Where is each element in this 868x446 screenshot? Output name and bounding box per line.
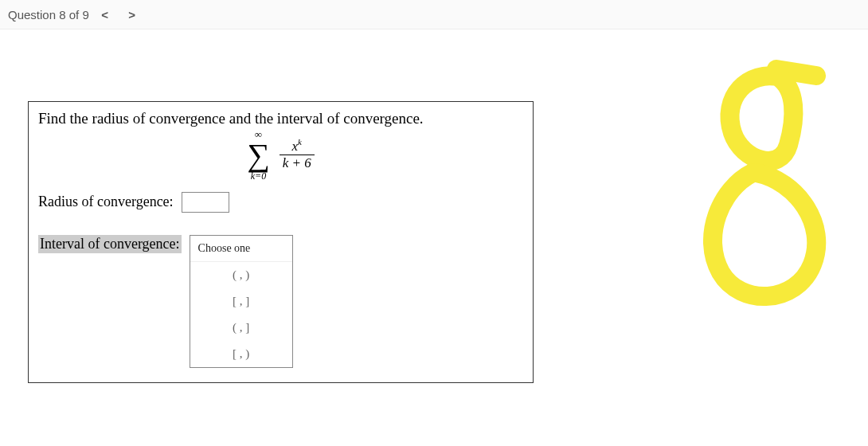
dropdown-option-open-open[interactable]: ( , ) xyxy=(190,262,292,288)
denominator: k + 6 xyxy=(280,155,315,171)
sigma-symbol: ∑ xyxy=(247,137,270,173)
question-card: Find the radius of convergence and the i… xyxy=(28,101,534,383)
prev-question-button[interactable]: < xyxy=(94,5,116,24)
series-formula: ∞ ∑ k=0 xk k + 6 xyxy=(38,139,523,173)
dropdown-option-closed-closed[interactable]: [ , ] xyxy=(190,288,292,315)
sum-upper-limit: ∞ xyxy=(247,128,270,141)
dropdown-option-closed-open[interactable]: [ , ) xyxy=(190,341,292,367)
interval-dropdown[interactable]: Choose one ( , ) [ , ] ( , ] [ , ) xyxy=(190,235,293,368)
numerator-exponent: k xyxy=(298,137,302,147)
dropdown-placeholder[interactable]: Choose one xyxy=(190,236,292,262)
handwritten-8-annotation xyxy=(677,53,836,308)
question-counter: Question 8 of 9 xyxy=(8,8,89,22)
radius-label: Radius of convergence: xyxy=(38,194,174,210)
sum-lower-limit: k=0 xyxy=(247,170,270,182)
interval-label: Interval of convergence: xyxy=(38,235,182,253)
numerator-base: x xyxy=(292,139,299,154)
fraction: xk k + 6 xyxy=(280,137,315,171)
dropdown-option-open-closed[interactable]: ( , ] xyxy=(190,315,292,341)
question-prompt: Find the radius of convergence and the i… xyxy=(38,110,523,127)
next-question-button[interactable]: > xyxy=(121,5,143,24)
radius-input[interactable] xyxy=(182,192,229,213)
